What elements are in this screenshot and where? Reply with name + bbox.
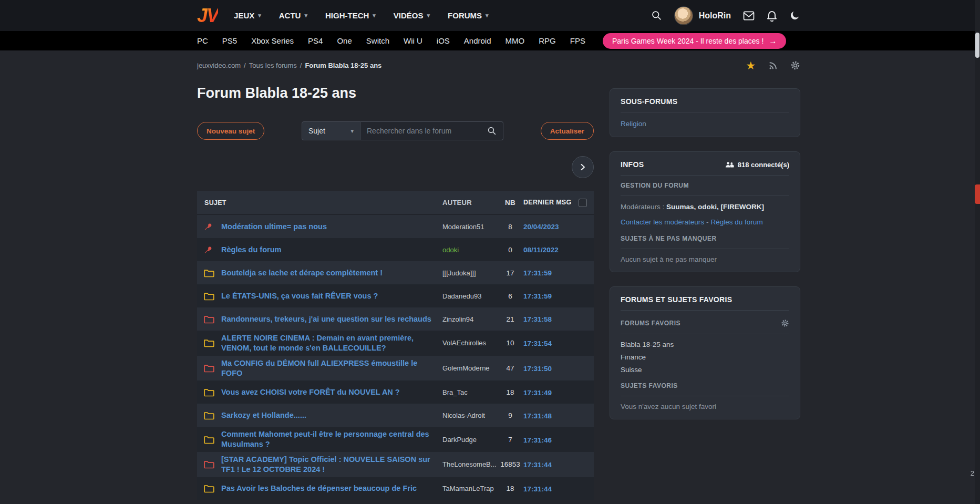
topic-author[interactable]: Nicolas-Adroit [442,412,485,419]
breadcrumb-home[interactable]: jeuxvideo.com [197,61,241,69]
last-message-link[interactable]: 17:31:44 [523,461,552,469]
breadcrumb-forums[interactable]: Tous les forums [249,61,297,69]
rss-icon[interactable] [768,61,778,70]
topnav-item[interactable]: FORUMS [448,11,489,20]
topic-author[interactable]: GolemModerne [442,364,490,372]
scrollbar-thumb[interactable] [975,33,979,58]
topic-author[interactable]: Zinzolin94 [442,315,473,323]
topic-author[interactable]: odoki [442,246,459,254]
platform-link[interactable]: Wii U [404,36,422,45]
last-message-link[interactable]: 20/04/2023 [523,223,559,231]
last-message-link[interactable]: 17:31:59 [523,292,552,300]
favorite-star-icon[interactable]: ★ [746,60,756,71]
topic-row[interactable]: [STAR ACADEMY] Topic Officiel : NOUVELLE… [197,452,594,477]
promo-banner[interactable]: Paris Games Week 2024 - Il reste des pla… [603,33,786,49]
platform-link[interactable]: Android [464,36,491,45]
scrollbar-red-marker[interactable] [975,184,980,204]
new-topic-button[interactable]: Nouveau sujet [197,122,264,140]
topic-author[interactable]: TheLonesomeB... [442,460,497,468]
topic-author[interactable]: Dadanedu93 [442,292,481,300]
forum-rules-link[interactable]: Règles du forum [711,218,763,226]
dark-mode-icon[interactable] [789,10,800,21]
platform-link[interactable]: MMO [506,36,525,45]
topic-link[interactable]: Ma CONFIG du DÉMON full ALIEXPRESS émous… [221,358,436,378]
topic-row[interactable]: Le ÉTATS-UNIS, ça vous fait RÊVER vous ?… [197,284,594,307]
favorite-forums-title: FORUMS FAVORIS [621,320,680,327]
favorite-forum-link[interactable]: Blabla 18-25 ans [621,341,789,348]
contact-moderators-link[interactable]: Contacter les modérateurs [621,218,704,226]
topic-link[interactable]: Vous avez CHOISI votre FORÊT du NOUVEL A… [221,387,436,397]
topic-row[interactable]: Bouteldja se lache et dérape complètemen… [197,261,594,284]
gear-icon[interactable] [790,60,800,70]
topic-link[interactable]: Randonneurs, trekeurs, j'ai une question… [221,314,436,324]
favorite-forum-link[interactable]: Suisse [621,366,789,374]
last-message-link[interactable]: 17:31:49 [523,389,552,397]
topic-author[interactable]: TaMamanLeTrap [442,485,494,492]
topic-link[interactable]: Modération ultime= pas nous [221,222,436,232]
platform-link[interactable]: PS4 [308,36,323,45]
user-avatar[interactable] [674,6,693,25]
favorite-forum-link[interactable]: Finance [621,353,789,361]
refresh-button[interactable]: Actualiser [541,122,594,140]
favorites-gear-icon[interactable] [781,319,789,327]
topic-link[interactable]: Bouteldja se lache et dérape complètemen… [221,268,436,278]
topic-author[interactable]: [[[Judoka]]] [442,269,476,277]
topnav-item[interactable]: VIDÉOS [394,11,430,20]
platform-link[interactable]: Xbox Series [251,36,294,45]
last-message-link[interactable]: 17:31:48 [523,412,552,420]
scrollbar-track[interactable] [975,0,980,504]
sub-forum-link[interactable]: Religion [621,120,646,128]
topic-author[interactable]: VolAEchirolles [442,339,486,347]
topic-link[interactable]: Le ÉTATS-UNIS, ça vous fait RÊVER vous ? [221,291,436,301]
topic-author[interactable]: Moderation51 [442,223,484,231]
topic-author[interactable]: DarkPudge [442,436,477,444]
chevron-down-icon [258,13,261,18]
topic-row[interactable]: Ma CONFIG du DÉMON full ALIEXPRESS émous… [197,356,594,381]
last-message-link[interactable]: 08/11/2022 [523,246,559,254]
search-submit-icon[interactable] [487,126,497,136]
bell-icon[interactable] [767,10,777,22]
next-page-button[interactable] [572,156,594,178]
forum-search-input[interactable] [367,127,487,135]
topnav-item[interactable]: HIGH-TECH [325,11,376,20]
select-all-checkbox[interactable] [579,199,587,207]
search-icon[interactable] [651,10,662,21]
topic-link[interactable]: Comment Mahomet peut-il être le personna… [221,429,436,449]
platform-link[interactable]: FPS [570,36,585,45]
topic-row[interactable]: ALERTE NOIRE CINEMA : Demain en avant pr… [197,331,594,356]
last-message-link[interactable]: 17:31:54 [523,340,552,347]
topnav-item[interactable]: ACTU [279,11,307,20]
platform-link[interactable]: One [337,36,352,45]
last-message-link[interactable]: 17:31:58 [523,315,552,323]
last-message-link[interactable]: 17:31:59 [523,269,552,277]
last-message-link[interactable]: 17:31:46 [523,436,552,444]
platform-link[interactable]: PC [197,36,208,45]
platform-link[interactable]: Switch [366,36,389,45]
platform-link[interactable]: RPG [539,36,556,45]
topic-row[interactable]: Randonneurs, trekeurs, j'ai une question… [197,307,594,331]
platform-link[interactable]: iOS [437,36,450,45]
username-label[interactable]: HoloRin [699,11,731,20]
topic-row[interactable]: Sarkozy et Hollande...... Nicolas-Adroit… [197,404,594,427]
last-message-link[interactable]: 17:31:44 [523,485,552,493]
folder-icon [204,338,214,347]
platform-link[interactable]: PS5 [222,36,237,45]
topic-link[interactable]: Pas Avoir les Baloches de dépenser beauc… [221,484,436,493]
topic-row[interactable]: Vous avez CHOISI votre FORÊT du NOUVEL A… [197,380,594,404]
topnav-item[interactable]: JEUX [234,11,261,20]
topic-link[interactable]: Règles du forum [221,245,436,255]
topic-link[interactable]: ALERTE NOIRE CINEMA : Demain en avant pr… [221,333,436,353]
topic-link[interactable]: Sarkozy et Hollande...... [221,410,436,420]
topic-link[interactable]: [STAR ACADEMY] Topic Officiel : NOUVELLE… [221,455,436,475]
search-type-select[interactable]: Sujet [302,121,360,140]
must-read-empty: Aucun sujet à ne pas manquer [621,255,789,263]
jv-logo[interactable]: JV [197,5,218,27]
breadcrumb-current: Forum Blabla 18-25 ans [305,61,381,69]
topic-row[interactable]: Règles du forum odoki 0 08/11/2022 [197,238,594,261]
topic-author[interactable]: Bra_Tac [442,388,468,396]
topic-row[interactable]: Pas Avoir les Baloches de dépenser beauc… [197,477,594,500]
topic-row[interactable]: Comment Mahomet peut-il être le personna… [197,427,594,452]
last-message-link[interactable]: 17:31:50 [523,365,552,373]
topic-row[interactable]: Modération ultime= pas nous Moderation51… [197,215,594,238]
mail-icon[interactable] [743,11,755,20]
